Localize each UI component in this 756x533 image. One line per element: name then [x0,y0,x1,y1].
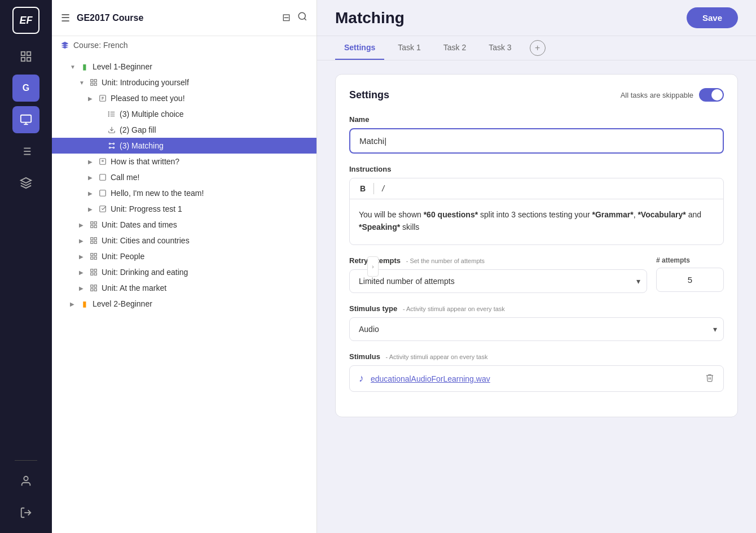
tree-matching[interactable]: (3) Matching [52,138,317,154]
lesson-icon [98,158,107,165]
audio-filename[interactable]: educationalAudioForLearning.wav [371,374,698,383]
attempts-input[interactable] [656,268,724,292]
svg-rect-51 [94,241,96,243]
svg-point-29 [108,112,109,112]
svg-rect-43 [100,190,106,196]
stimulus-type-row: Stimulus type - Activity stimuli appear … [349,304,724,341]
svg-line-17 [304,18,306,20]
tree-arrow: ▼ [79,80,86,86]
tab-task1[interactable]: Task 1 [389,36,429,60]
svg-rect-62 [94,285,96,287]
svg-rect-42 [100,174,106,181]
tree-hello-new[interactable]: ▶ Hello, I'm new to the team! [52,185,317,201]
sidebar-title: GE2017 Course [77,13,275,23]
stimulus-type-select[interactable]: Audio [349,317,724,341]
sidebar-collapse-button[interactable]: › [367,256,379,277]
tree-item-label: Hello, I'm new to the team! [111,189,307,198]
unit-icon [89,237,98,244]
tree-unit-market[interactable]: ▶ Unit: At the market [52,280,317,296]
tree-unit-cities[interactable]: ▶ Unit: Cities and countries [52,233,317,248]
tree-unit-intro[interactable]: ▼ Unit: Introducing yourself [52,75,317,90]
retry-select[interactable]: Limited number of attempts [349,269,647,293]
rail-icon-layers[interactable] [12,169,39,196]
tree-unit-dates[interactable]: ▶ Unit: Dates and times [52,217,317,233]
svg-rect-2 [27,58,30,61]
tree-item-label: (3) Matching [120,141,307,150]
lesson-icon [98,94,107,102]
name-input[interactable] [349,128,724,154]
unit-icon [89,284,98,292]
trash-icon[interactable] [705,373,714,385]
stimulus-type-select-wrapper: Audio ▾ [349,317,724,341]
svg-point-16 [298,12,305,19]
svg-marker-13 [21,178,31,183]
italic-button[interactable]: / [379,183,388,194]
sidebar-header-icons: ⊟ [282,11,307,24]
svg-rect-55 [94,257,96,259]
tree-gap[interactable]: (2) Gap fill [52,122,317,138]
tree-multiple[interactable]: (3) Multiple choice [52,106,317,122]
svg-rect-60 [91,273,93,275]
tree-unit-people[interactable]: ▶ Unit: People [52,248,317,264]
svg-rect-45 [91,222,93,224]
svg-rect-64 [91,289,93,291]
tree-progress1[interactable]: ▶ Unit: Progress test 1 [52,201,317,217]
tree-how-written[interactable]: ▶ How is that written? [52,154,317,169]
svg-rect-61 [91,285,93,287]
save-button[interactable]: Save [687,7,738,28]
toggle-knob [711,89,723,101]
settings-panel: Settings All tasks are skippable Name In… [317,60,756,533]
tree-item-label: Unit: Drinking and eating [102,268,307,277]
tree-call-me[interactable]: ▶ Call me! [52,169,317,185]
rail-icon-user[interactable] [12,468,39,495]
svg-rect-52 [91,241,93,243]
rail-icon-active[interactable] [12,106,39,133]
main-content: Matching Save Settings Task 1 Task 2 Tas… [317,0,756,533]
unit-icon [89,268,98,276]
course-label-text: Course: French [73,41,128,50]
tree-item-label: (3) Multiple choice [120,110,307,119]
tree-pleased[interactable]: ▶ Pleased to meet you! [52,90,317,106]
tree-arrow: ▶ [79,285,86,291]
svg-rect-47 [94,225,96,228]
svg-point-33 [109,143,110,144]
tree-level1[interactable]: ▼ ▮ Level 1-Beginner [52,59,317,75]
svg-rect-4 [21,115,31,123]
sidebar: ☰ GE2017 Course ⊟ Course: French ▼ ▮ Lev… [52,0,317,533]
bold-button[interactable]: B [357,183,369,194]
filter-icon[interactable]: ⊟ [282,11,291,24]
menu-icon[interactable]: ☰ [61,12,70,24]
svg-rect-19 [94,80,96,82]
unit-icon [89,221,98,229]
tree-arrow: ▶ [88,159,95,165]
retry-left: Retry attempts - Set the number of attem… [349,256,647,293]
rail-icon-list[interactable] [12,138,39,165]
tab-settings[interactable]: Settings [335,36,384,60]
tab-add-button[interactable]: + [530,40,546,56]
tab-task3[interactable]: Task 3 [480,36,520,60]
tree-arrow: ▶ [88,190,95,196]
matching-icon [107,142,116,150]
stimulus-label: Stimulus - Activity stimuli appear on ev… [349,352,724,361]
svg-rect-56 [91,257,93,259]
tree-item-label: Unit: At the market [102,283,307,292]
level2-icon: ▮ [80,299,89,308]
rail-icon-exit[interactable] [12,499,39,526]
stimulus-type-sublabel: - Activity stimuli appear on every task [403,305,505,312]
svg-rect-58 [94,269,96,272]
instructions-content[interactable]: You will be shown *60 questions* split i… [350,199,723,244]
app-logo: EF [12,7,39,34]
sidebar-tree: ▼ ▮ Level 1-Beginner ▼ Unit: Introducing… [52,54,317,533]
audio-file-row: ♪ educationalAudioForLearning.wav [349,365,724,392]
skippable-toggle[interactable] [699,88,724,102]
search-icon[interactable] [297,11,307,24]
tree-level2[interactable]: ▶ ▮ Level 2-Beginner [52,296,317,312]
tree-item-label: Call me! [111,173,307,182]
tree-arrow: ▼ [70,64,77,70]
tree-item-label: Level 2-Beginner [93,299,307,308]
retry-row: Retry attempts - Set the number of attem… [349,256,724,293]
rail-icon-course[interactable] [12,43,39,70]
rail-avatar[interactable]: G [12,75,39,102]
tab-task2[interactable]: Task 2 [434,36,475,60]
tree-unit-drinking[interactable]: ▶ Unit: Drinking and eating [52,264,317,280]
